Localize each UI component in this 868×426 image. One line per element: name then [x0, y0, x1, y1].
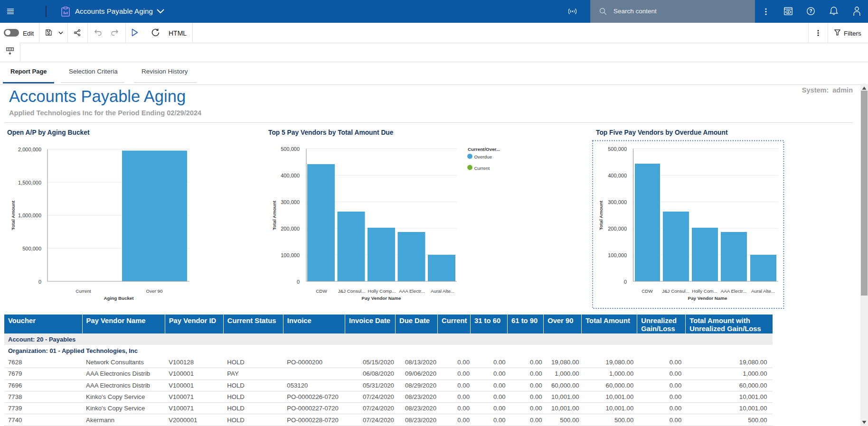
svg-text:Open A/P by Aging Bucket: Open A/P by Aging Bucket — [7, 129, 90, 136]
svg-text:Holly Com...: Holly Com... — [692, 288, 717, 294]
svg-text:Pay Vendor Name: Pay Vendor Name — [362, 296, 401, 301]
svg-text:Aging Bucket: Aging Bucket — [104, 296, 134, 301]
svg-text:100,000: 100,000 — [608, 252, 627, 258]
svg-text:Over 90: Over 90 — [146, 288, 163, 294]
svg-text:500,000: 500,000 — [281, 146, 300, 152]
svg-text:J&J Consul...: J&J Consul... — [662, 288, 689, 294]
svg-text:2,000,000: 2,000,000 — [18, 147, 41, 152]
svg-text:1,000,000: 1,000,000 — [18, 213, 41, 218]
svg-text:Holly Comp...: Holly Comp... — [368, 288, 396, 294]
svg-text:0: 0 — [624, 279, 627, 285]
svg-text:100,000: 100,000 — [281, 252, 300, 258]
svg-text:500,000: 500,000 — [22, 246, 41, 251]
svg-text:Aural Alte...: Aural Alte... — [751, 288, 775, 294]
svg-text:AAA Electr...: AAA Electr... — [399, 288, 425, 294]
svg-text:Aural Alte...: Aural Alte... — [431, 288, 454, 294]
svg-text:CDW: CDW — [642, 288, 653, 294]
svg-text:AAA Electr...: AAA Electr... — [721, 288, 746, 294]
svg-text:Pay Vendor Name: Pay Vendor Name — [688, 296, 727, 301]
svg-text:500,000: 500,000 — [608, 146, 627, 152]
svg-text:1,500,000: 1,500,000 — [18, 180, 41, 185]
svg-text:Total Amount: Total Amount — [272, 200, 277, 230]
svg-text:Total Amount: Total Amount — [598, 200, 604, 230]
svg-text:Total Amount: Total Amount — [10, 200, 16, 230]
svg-text:Top 5 Pay Vendors by Total Amo: Top 5 Pay Vendors by Total Amount Due — [268, 129, 394, 136]
svg-text:0: 0 — [297, 279, 300, 285]
svg-text:CDW: CDW — [316, 288, 327, 294]
svg-text:200,000: 200,000 — [281, 226, 300, 232]
svg-text:300,000: 300,000 — [608, 199, 627, 205]
svg-text:Current/Over...: Current/Over... — [468, 147, 500, 152]
svg-text:Top Five Pay Vendors by Overdu: Top Five Pay Vendors by Overdue Amount — [596, 129, 728, 136]
svg-text:200,000: 200,000 — [608, 226, 627, 232]
svg-text:400,000: 400,000 — [608, 173, 627, 178]
svg-text:?: ? — [809, 8, 812, 14]
svg-text:Current: Current — [474, 166, 490, 171]
svg-text:0: 0 — [38, 279, 41, 285]
svg-text:Overdue: Overdue — [474, 154, 492, 159]
svg-text:400,000: 400,000 — [281, 173, 300, 178]
svg-text:J&J Consul...: J&J Consul... — [338, 288, 366, 294]
svg-text:Current: Current — [75, 288, 91, 294]
svg-text:300,000: 300,000 — [281, 199, 300, 205]
